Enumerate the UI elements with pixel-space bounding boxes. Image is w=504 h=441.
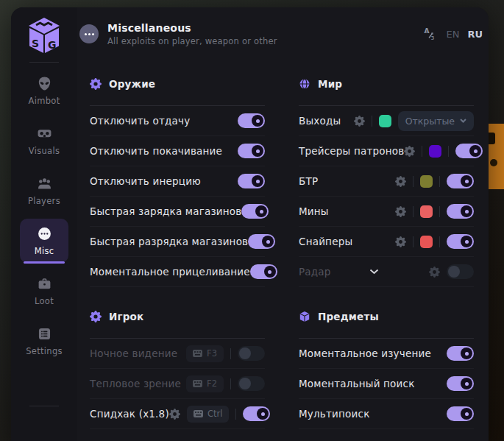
toggle-switch[interactable] [447,234,474,249]
toggle-switch[interactable] [447,406,474,421]
setting-label: Мины [299,205,329,217]
control-divider [230,348,231,359]
keyboard-icon [193,380,202,387]
dropdown-value: Открытые [405,116,455,127]
toggle-switch[interactable] [447,204,474,219]
setting-row: Трейсеры патронов [299,136,474,166]
toggle-switch[interactable] [248,234,275,249]
toggle-switch[interactable] [447,264,474,279]
toggle-switch[interactable] [447,346,474,361]
gear-icon[interactable] [429,267,440,278]
sign-mark [490,159,497,166]
setting-label: Отключить отдачу [90,115,190,127]
sign-mark [489,133,495,144]
gear-icon [90,311,102,322]
sidebar-item-visuals[interactable]: Visuals [20,119,68,163]
page-header: Miscellaneous All exploits on player, we… [77,7,489,60]
sidebar-item-misc[interactable]: Misc [20,219,68,263]
sidebar-item-label: Aimbot [29,96,60,106]
gear-icon[interactable] [395,236,406,247]
right-column: Мир Выходы Открытые Трейсеры патронов [299,60,474,429]
section-header-weapon: Оружие [90,75,265,93]
left-column: Оружие Отключить отдачу Отключить покачи… [90,60,265,429]
setting-row: Выходы Открытые [299,106,474,136]
keybind-label: F3 [207,348,217,359]
sidebar-item-loot[interactable]: Loot [20,269,68,313]
toggle-switch[interactable] [243,406,270,421]
control-divider [439,206,440,217]
toggle-switch[interactable] [447,174,474,188]
setting-label: Быстрая разрядка магазинов [90,236,248,247]
page-subtitle: All exploits on player, weapon or other [107,36,277,46]
setting-label: Отключить инерцию [90,175,201,187]
sidebar-divider [29,406,59,406]
color-swatch[interactable] [420,205,433,218]
sidebar-item-settings[interactable]: Settings [20,319,68,363]
color-swatch[interactable] [420,175,433,188]
setting-row: Моментальный поиск [299,369,474,399]
toggle-switch[interactable] [238,144,265,158]
main-area: Miscellaneous All exploits on player, we… [77,7,489,441]
vr-goggles-icon [37,126,52,141]
toggle-switch[interactable] [250,264,277,279]
setting-label: Трейсеры патронов [299,145,404,157]
control-divider [372,116,372,127]
control-divider [413,176,414,187]
color-swatch[interactable] [429,145,441,158]
setting-label: Мультипоиск [299,408,370,420]
setting-label: Моментальное изучение [299,347,431,359]
toggle-switch[interactable] [238,376,265,391]
language-ru-button[interactable]: RU [467,29,483,40]
chevron-down-icon[interactable] [369,269,379,275]
language-en-button[interactable]: EN [446,29,459,40]
toggle-switch[interactable] [238,113,265,128]
control-divider [230,378,231,389]
toggle-switch[interactable] [447,376,474,391]
color-swatch[interactable] [420,236,433,248]
setting-row: Тепловое зрение F2 [90,369,265,399]
control-divider [439,176,440,187]
gear-icon[interactable] [395,206,406,217]
setting-label: Выходы [299,115,341,127]
section-title: Оружие [109,78,155,90]
control-divider [422,146,422,157]
control-divider [235,409,236,420]
keybind-badge[interactable]: F2 [186,375,224,392]
section-header-items: Предметы [299,308,474,325]
language-switcher: A з EN RU [423,27,483,41]
gear-icon[interactable] [354,116,365,127]
gear-icon[interactable] [395,176,406,187]
control-divider [413,206,414,217]
toggle-switch[interactable] [238,346,265,361]
toggle-switch[interactable] [241,204,269,219]
color-swatch[interactable] [379,115,391,127]
sidebar-item-players[interactable]: Players [20,169,68,213]
setting-row: Отключить инерцию [90,166,265,197]
sidebar-item-label: Loot [35,296,54,306]
keybind-badge[interactable]: F3 [186,345,224,362]
section-title: Предметы [318,311,379,322]
control-divider [439,236,440,247]
app-logo-icon: S G [26,16,62,54]
section-header-world: Мир [299,75,474,93]
setting-row: Радар [299,257,474,287]
keybind-label: F2 [207,378,217,389]
translate-icon: A з [423,27,438,41]
setting-row: Быстрая разрядка магазинов [90,227,265,257]
setting-label: Быстрая зарядка магазинов [90,205,241,217]
setting-row: Мультипоиск [299,399,474,429]
exits-dropdown[interactable]: Открытые [398,111,474,131]
keyboard-icon [194,410,203,417]
ellipsis-circle-icon [37,226,52,241]
toggle-switch[interactable] [238,174,265,188]
setting-row: Мины [299,197,474,227]
control-divider [448,146,449,157]
setting-label: Спидхак (x1.8) [90,408,169,420]
gear-icon[interactable] [169,409,180,420]
toggle-switch[interactable] [455,144,483,158]
setting-row: Быстрая зарядка магазинов [90,197,265,227]
setting-row: Отключить покачивание [90,136,265,166]
gear-icon[interactable] [404,146,415,157]
sidebar-item-aimbot[interactable]: Aimbot [20,68,68,113]
keybind-badge[interactable]: Ctrl [187,406,229,423]
